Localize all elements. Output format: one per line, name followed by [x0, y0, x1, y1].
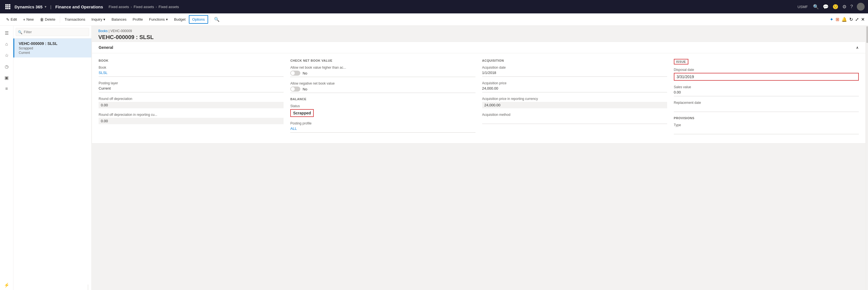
acq-method-group: Acquisition method	[482, 113, 667, 124]
acquisition-column: ACQUISITION Acquisition date 1/1/2018 Ac…	[482, 58, 667, 139]
allow-negative-toggle[interactable]	[290, 87, 300, 92]
list-panel: 🔍 VEHC-000009 : SLSL Scrapped Current	[13, 26, 92, 290]
svg-rect-1	[7, 4, 9, 6]
top-nav: Dynamics 365 ▾ | Finance and Operations …	[0, 0, 868, 13]
item-title: VEHC-000009 : SLSL	[19, 41, 87, 46]
search-nav-icon[interactable]: 🔍	[813, 4, 819, 10]
filter-list-button[interactable]: ⚡	[2, 280, 12, 290]
breadcrumb-item-2: Fixed assets	[133, 5, 154, 9]
allow-higher-toggle[interactable]	[290, 71, 300, 76]
top-breadcrumb: Fixed assets › Fixed assets › Fixed asse…	[109, 5, 798, 9]
profile-button[interactable]: Profile	[130, 15, 146, 23]
section-collapse-icon: ∧	[856, 45, 859, 50]
tasks-button[interactable]: ≡	[2, 84, 12, 94]
org-label: USMF	[798, 5, 808, 9]
sidebar-toggle-button[interactable]: ☰	[2, 28, 12, 38]
favorites-button[interactable]: ☆	[2, 50, 12, 60]
delete-button[interactable]: 🗑 Delete	[37, 15, 58, 24]
chat-icon[interactable]: 💬	[823, 4, 829, 10]
popout-icon[interactable]: ⤢	[855, 17, 859, 22]
delete-label: Delete	[45, 17, 56, 22]
provisions-col-header: PROVISIONS	[674, 117, 859, 120]
disposal-date-label: Disposal date	[674, 68, 859, 72]
book-label: Book	[99, 66, 284, 69]
options-label: Options	[192, 17, 205, 22]
allow-higher-text: No	[303, 71, 307, 75]
home-button[interactable]: ⌂	[2, 39, 12, 49]
round-dep-reporting-group: Round off depreciation in reporting cu..…	[99, 113, 284, 124]
round-dep-label: Round off depreciation	[99, 97, 284, 101]
edit-icon: ✎	[6, 17, 9, 22]
edit-button[interactable]: ✎ Edit	[3, 15, 20, 24]
inquiry-button[interactable]: Inquiry ▾	[89, 15, 108, 23]
book-form-group: Book SLSL	[99, 66, 284, 77]
workspaces-button[interactable]: ▣	[2, 72, 12, 83]
book-value[interactable]: SLSL	[99, 71, 284, 77]
status-value: Scrapped	[290, 109, 314, 117]
section-general-content: BOOK Book SLSL Posting layer Current Rou…	[92, 53, 866, 143]
breadcrumb-sep-1: ›	[131, 5, 132, 9]
options-button[interactable]: Options	[189, 15, 208, 24]
balances-label: Balances	[112, 17, 126, 22]
list-item[interactable]: VEHC-000009 : SLSL Scrapped Current	[13, 38, 91, 58]
acq-date-label: Acquisition date	[482, 66, 667, 69]
functions-label: Functions	[149, 17, 165, 22]
budget-label: Budget	[174, 17, 186, 22]
breadcrumb-item-3: Fixed assets	[159, 5, 179, 9]
acq-date-value: 1/1/2018	[482, 71, 667, 77]
budget-button[interactable]: Budget	[171, 15, 188, 23]
smiley-icon[interactable]: 🙂	[833, 4, 838, 10]
round-dep-reporting-value: 0.00	[99, 118, 284, 124]
close-panel-icon[interactable]: ✕	[861, 17, 865, 22]
help-icon[interactable]: ?	[850, 4, 853, 9]
command-search-icon[interactable]: 🔍	[214, 17, 220, 22]
recent-button[interactable]: ◷	[2, 61, 12, 71]
brand-label: Dynamics 365	[14, 4, 42, 9]
waffle-icon[interactable]	[3, 2, 12, 11]
section-general-title: General	[99, 45, 113, 50]
allow-higher-toggle-wrap: No	[290, 71, 475, 77]
new-label: New	[27, 17, 34, 22]
allow-negative-label: Allow negative net book value	[290, 82, 475, 86]
posting-profile-group: Posting profile ALL	[290, 121, 475, 133]
status-label: Status	[290, 104, 475, 108]
posting-layer-label: Posting layer	[99, 81, 284, 85]
functions-button[interactable]: Functions ▾	[146, 15, 171, 23]
filter-input[interactable]	[16, 28, 89, 36]
acq-price-label: Acquisition price	[482, 81, 667, 85]
personalize-icon[interactable]: ✦	[830, 17, 833, 22]
allow-negative-group: Allow negative net book value No	[290, 82, 475, 93]
profile-label: Profile	[133, 17, 143, 22]
allow-higher-group: Allow net book value higher than ac... N…	[290, 66, 475, 77]
page-title: VEHC-000009 : SLSL	[98, 34, 859, 40]
svg-rect-3	[5, 6, 7, 7]
app-title: Dynamics 365 ▾ | Finance and Operations	[14, 4, 103, 9]
balances-button[interactable]: Balances	[109, 15, 129, 23]
notification-icon[interactable]: 🔔	[841, 17, 847, 22]
books-link[interactable]: Books	[98, 29, 107, 33]
posting-profile-value[interactable]: ALL	[290, 126, 475, 133]
acq-price-reporting-value: 24,000.00	[482, 102, 667, 108]
office-icon[interactable]: ⊞	[836, 17, 839, 22]
allow-negative-text: No	[303, 87, 307, 91]
round-dep-group: Round off depreciation 0.00	[99, 97, 284, 108]
acq-method-value	[482, 118, 667, 124]
transactions-button[interactable]: Transactions	[62, 15, 88, 23]
check-col-header: CHECK NET BOOK VALUE	[290, 59, 475, 62]
transactions-label: Transactions	[65, 17, 85, 22]
settings-icon[interactable]: ⚙	[842, 4, 846, 10]
inquiry-label: Inquiry	[91, 17, 102, 22]
posting-layer-value: Current	[99, 86, 284, 92]
refresh-icon[interactable]: ↻	[849, 17, 853, 22]
module-label: Finance and Operations	[55, 4, 103, 9]
section-general: General ∧ BOOK Book SLSL Posting layer	[92, 41, 866, 143]
section-general-header[interactable]: General ∧	[92, 42, 866, 53]
acquisition-col-header: ACQUISITION	[482, 59, 667, 62]
filter-wrap: 🔍	[16, 28, 89, 36]
replacement-date-group: Replacement date	[674, 101, 859, 112]
user-avatar[interactable]	[857, 3, 865, 10]
detail-header-wrap: Books | VEHC-000009 VEHC-000009 : SLSL	[92, 26, 866, 41]
right-scrollbar[interactable]	[866, 26, 868, 290]
breadcrumb-item-1: Fixed assets	[109, 5, 129, 9]
new-button[interactable]: + New	[20, 15, 36, 24]
